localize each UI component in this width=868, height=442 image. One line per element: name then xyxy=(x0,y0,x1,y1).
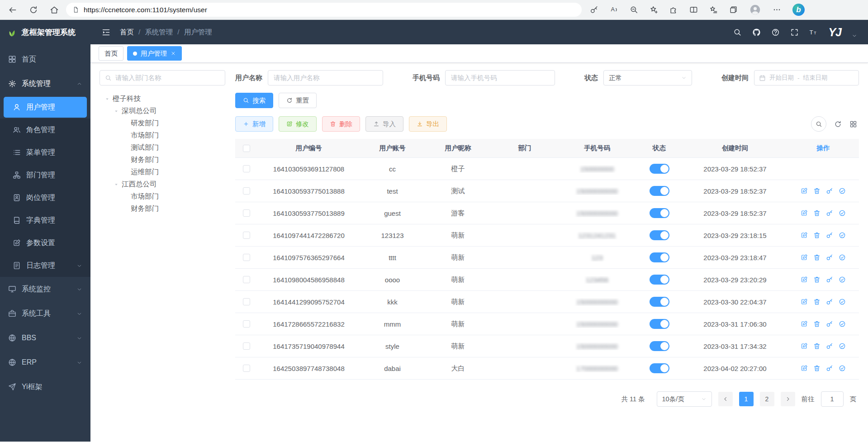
refresh-icon[interactable] xyxy=(29,5,38,14)
row-checkbox[interactable] xyxy=(243,276,250,283)
row-edit-icon[interactable] xyxy=(801,298,808,305)
collections-icon[interactable] xyxy=(729,5,738,14)
sidebar-item[interactable]: Yi框架 xyxy=(0,375,90,399)
edit-button[interactable]: 修改 xyxy=(279,116,317,132)
browser-home-icon[interactable] xyxy=(50,5,59,14)
add-button[interactable]: 新增 xyxy=(235,116,273,132)
row-reset-password-icon[interactable] xyxy=(826,187,833,195)
row-edit-icon[interactable] xyxy=(801,209,808,217)
row-edit-icon[interactable] xyxy=(801,254,808,261)
row-assign-role-icon[interactable] xyxy=(839,342,846,350)
next-page-button[interactable] xyxy=(781,392,795,406)
row-assign-role-icon[interactable] xyxy=(839,320,846,328)
sidebar-item[interactable]: 菜单管理 xyxy=(0,141,90,164)
status-toggle[interactable] xyxy=(650,208,669,218)
sidebar-item[interactable]: 系统工具 xyxy=(0,301,90,326)
import-button[interactable]: 导入 xyxy=(365,116,403,132)
password-key-icon[interactable] xyxy=(590,5,598,14)
sidebar-item[interactable]: 岗位管理 xyxy=(0,186,90,209)
tree-node[interactable]: 研发部门 xyxy=(100,117,225,129)
status-toggle[interactable] xyxy=(650,341,669,351)
row-delete-icon[interactable] xyxy=(813,298,821,305)
tree-node[interactable]: 运维部门 xyxy=(100,166,225,178)
favorites-icon[interactable] xyxy=(709,5,718,14)
row-delete-icon[interactable] xyxy=(813,276,821,283)
row-checkbox[interactable] xyxy=(243,165,250,172)
row-assign-role-icon[interactable] xyxy=(839,298,846,305)
row-delete-icon[interactable] xyxy=(813,365,821,372)
tab-close-icon[interactable] xyxy=(171,51,176,56)
row-reset-password-icon[interactable] xyxy=(826,298,833,305)
row-delete-icon[interactable] xyxy=(813,232,821,239)
row-reset-password-icon[interactable] xyxy=(826,320,833,328)
sidebar-item[interactable]: 参数设置 xyxy=(0,232,90,254)
page-button-2[interactable]: 2 xyxy=(760,392,774,406)
row-checkbox[interactable] xyxy=(243,232,250,239)
browser-menu-icon[interactable] xyxy=(773,5,781,14)
github-icon[interactable] xyxy=(752,28,761,37)
row-delete-icon[interactable] xyxy=(813,342,821,350)
breadcrumb-item[interactable]: 用户管理 xyxy=(184,28,212,37)
row-reset-password-icon[interactable] xyxy=(826,342,833,350)
row-checkbox[interactable] xyxy=(243,209,250,217)
status-toggle[interactable] xyxy=(650,319,669,329)
status-toggle[interactable] xyxy=(650,297,669,307)
copilot-icon[interactable]: b xyxy=(792,4,805,16)
tree-node[interactable]: 市场部门 xyxy=(100,129,225,142)
tree-node[interactable]: 橙子科技 xyxy=(100,93,225,105)
row-edit-icon[interactable] xyxy=(801,276,808,283)
sidebar-item[interactable]: 日志管理 xyxy=(0,254,90,277)
sidebar-item[interactable]: 角色管理 xyxy=(0,119,90,141)
tree-node[interactable]: 测试部门 xyxy=(100,142,225,154)
row-delete-icon[interactable] xyxy=(813,187,821,195)
status-select[interactable]: 正常 xyxy=(603,70,692,86)
sidebar-item[interactable]: 系统监控 xyxy=(0,277,90,301)
phone-input[interactable] xyxy=(445,70,555,86)
profile-avatar[interactable] xyxy=(749,4,761,16)
prev-page-button[interactable] xyxy=(718,392,733,406)
tree-node[interactable]: 财务部门 xyxy=(100,154,225,166)
back-icon[interactable] xyxy=(8,5,17,14)
help-icon[interactable] xyxy=(771,28,780,37)
row-checkbox[interactable] xyxy=(243,187,250,195)
sidebar-item[interactable]: 用户管理 xyxy=(4,97,87,118)
row-checkbox[interactable] xyxy=(243,365,250,372)
row-assign-role-icon[interactable] xyxy=(839,232,846,239)
refresh-table-icon[interactable] xyxy=(834,120,842,128)
row-reset-password-icon[interactable] xyxy=(826,232,833,239)
status-toggle[interactable] xyxy=(650,164,669,174)
row-delete-icon[interactable] xyxy=(813,254,821,261)
row-edit-icon[interactable] xyxy=(801,365,808,372)
row-reset-password-icon[interactable] xyxy=(826,254,833,261)
font-size-icon[interactable]: TT xyxy=(809,28,818,37)
sidebar-item[interactable]: 部门管理 xyxy=(0,164,90,186)
select-all-checkbox[interactable] xyxy=(243,145,250,152)
username-input[interactable] xyxy=(268,70,383,86)
goto-page-input[interactable] xyxy=(821,391,844,407)
read-aloud-icon[interactable]: A xyxy=(610,5,618,14)
breadcrumb-item[interactable]: 首页 xyxy=(120,28,134,37)
row-assign-role-icon[interactable] xyxy=(839,209,846,217)
sidebar-item[interactable]: ERP xyxy=(0,350,90,375)
row-edit-icon[interactable] xyxy=(801,320,808,328)
row-edit-icon[interactable] xyxy=(801,187,808,195)
status-toggle[interactable] xyxy=(650,230,669,240)
tree-node[interactable]: 市场部门 xyxy=(100,190,225,203)
status-toggle[interactable] xyxy=(650,275,669,285)
page-button-1[interactable]: 1 xyxy=(739,392,754,406)
split-screen-icon[interactable] xyxy=(689,5,698,14)
sidebar-collapse-icon[interactable] xyxy=(101,28,111,37)
page-size-select[interactable]: 10条/页 xyxy=(657,391,712,407)
row-assign-role-icon[interactable] xyxy=(839,276,846,283)
row-assign-role-icon[interactable] xyxy=(839,365,846,372)
chevron-down-icon[interactable] xyxy=(852,33,857,38)
status-toggle[interactable] xyxy=(650,252,669,262)
fullscreen-icon[interactable] xyxy=(790,28,799,37)
tab-item[interactable]: 用户管理 xyxy=(127,46,182,61)
row-assign-role-icon[interactable] xyxy=(839,187,846,195)
user-logo[interactable]: YJ xyxy=(828,26,841,39)
delete-button[interactable]: 删除 xyxy=(322,116,360,132)
row-reset-password-icon[interactable] xyxy=(826,209,833,217)
reset-button[interactable]: 重置 xyxy=(279,93,317,108)
row-checkbox[interactable] xyxy=(243,254,250,261)
